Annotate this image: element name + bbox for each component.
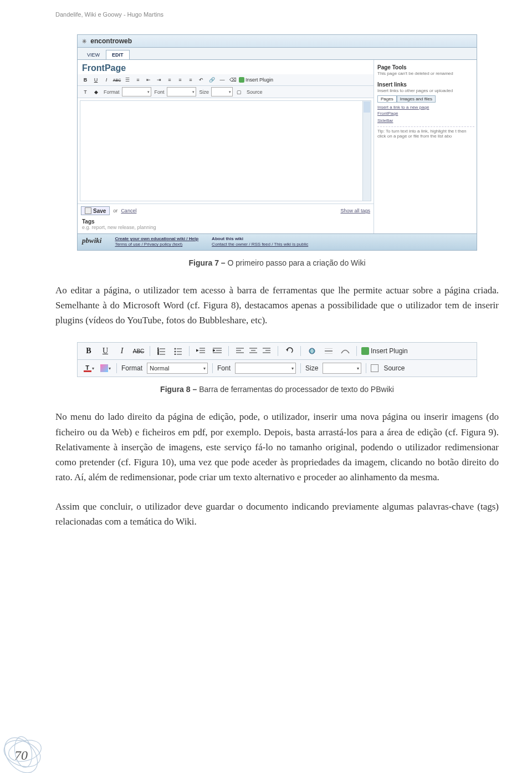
ordered-list-button[interactable]: 123 — [155, 345, 168, 357]
remove-format-button[interactable]: ⌫ — [228, 75, 237, 84]
page-mode-tabs: VIEW EDIT — [78, 48, 477, 60]
ordered-list-button[interactable]: ☰ — [123, 75, 132, 84]
sidebar-panel: Page Tools This page can't be deleted or… — [374, 60, 477, 233]
align-left-button[interactable]: ≡ — [165, 75, 174, 84]
insert-plugin-button[interactable]: Insert Plugin — [239, 77, 273, 83]
cancel-link[interactable]: Cancel — [121, 208, 136, 213]
italic-button[interactable]: I — [115, 345, 129, 357]
undo-button[interactable]: ↶ — [197, 75, 206, 84]
align-center-button[interactable]: ≡ — [176, 75, 185, 84]
page-ornament — [0, 723, 61, 773]
figure-7-caption: Figura 7 – O primeiro passo para a criaç… — [55, 258, 499, 267]
insert-links-tabs: Pages Images and files — [377, 95, 474, 103]
format-label: Format — [104, 89, 120, 95]
outdent-button[interactable]: ⇤ — [144, 75, 153, 84]
new-page-link[interactable]: Insert a link to a new page — [377, 105, 474, 110]
tab-pages[interactable]: Pages — [377, 95, 397, 103]
source-toggle[interactable]: ▢ — [234, 88, 243, 96]
insert-links-note: Insert links to other pages or uploaded — [377, 88, 474, 93]
size-select[interactable] — [211, 87, 233, 96]
text-color-button[interactable]: T — [82, 362, 95, 374]
tab-images-files[interactable]: Images and files — [397, 95, 436, 103]
underline-button[interactable]: U — [99, 345, 112, 357]
bg-color-button[interactable]: ◆ — [91, 88, 100, 96]
insert-plugin-button[interactable]: Insert Plugin — [361, 347, 408, 355]
tags-placeholder[interactable]: e.g. report, new release, planning — [82, 225, 369, 230]
font-select[interactable] — [167, 87, 196, 96]
size-label: Size — [305, 364, 318, 372]
page-tools-note: This page can't be deleted or renamed — [377, 71, 474, 76]
link-button[interactable]: 🔗 — [207, 75, 216, 84]
align-right-button[interactable]: ≡ — [186, 75, 195, 84]
link-button[interactable] — [305, 345, 319, 357]
hr-button[interactable]: — — [218, 75, 227, 84]
source-label: Source — [247, 89, 263, 95]
svg-point-36 — [0, 731, 44, 773]
or-label: or — [113, 208, 117, 213]
align-right-button[interactable] — [260, 345, 273, 357]
page-link-frontpage[interactable]: FrontPage — [377, 110, 474, 117]
svg-point-6 — [175, 348, 176, 349]
align-left-button[interactable] — [233, 345, 247, 357]
page-link-sidebar[interactable]: SideBar — [377, 117, 474, 124]
paragraph-1: Ao editar a página, o utilizador tem ace… — [55, 283, 499, 328]
remove-format-button[interactable] — [339, 345, 352, 357]
size-label: Size — [200, 89, 209, 95]
format-label: Format — [121, 364, 142, 372]
footer-contact-link[interactable]: Contact the owner / RSS feed / This wiki… — [212, 242, 308, 247]
svg-text:3: 3 — [157, 353, 159, 355]
footer-create-link[interactable]: Create your own educational wiki / Help — [115, 236, 198, 242]
save-button[interactable]: Save — [81, 206, 110, 215]
plugin-icon — [239, 77, 244, 83]
outdent-button[interactable] — [194, 345, 207, 357]
footer-about-heading: About this wiki — [212, 236, 308, 242]
editor-textarea[interactable] — [80, 100, 371, 201]
svg-marker-29 — [286, 349, 288, 352]
svg-rect-31 — [325, 350, 332, 352]
size-select[interactable] — [323, 363, 361, 374]
pbwiki-logo: pbwiki — [82, 236, 101, 248]
tags-label: Tags — [82, 218, 369, 225]
save-icon — [85, 207, 91, 214]
source-icon — [371, 364, 378, 372]
running-header: Dandelife, Wiki e Goowy - Hugo Martins — [55, 11, 499, 18]
italic-button[interactable]: I — [102, 75, 111, 84]
undo-button[interactable] — [283, 345, 296, 357]
svg-rect-32 — [325, 348, 332, 349]
tags-row: Tags e.g. report, new release, planning — [78, 217, 374, 233]
format-select[interactable]: Normal — [147, 363, 208, 374]
sidebar-tip: Tip: To turn text into a link, highlight… — [377, 126, 474, 139]
tab-edit[interactable]: EDIT — [106, 50, 130, 59]
hr-button[interactable] — [322, 345, 335, 357]
svg-point-8 — [175, 351, 176, 352]
format-select[interactable] — [122, 87, 151, 96]
strikethrough-button[interactable]: ABC — [132, 345, 145, 357]
underline-button[interactable]: U — [91, 75, 100, 84]
bg-color-button[interactable] — [99, 362, 112, 374]
figure-8-caption: Figura 8 – Barra de ferramentas do proce… — [55, 385, 499, 394]
show-all-tags-link[interactable]: Show all tags — [340, 208, 370, 213]
footer-terms-link[interactable]: Terms of use / Privacy policy (text) — [115, 242, 198, 247]
wiki-icon: ✳ — [82, 38, 86, 44]
indent-button[interactable] — [211, 345, 224, 357]
figure-8-screenshot: B U I ABC 123 — [77, 342, 477, 377]
save-bar: Save or Cancel Show all tags — [78, 204, 374, 217]
strikethrough-button[interactable]: ABC — [112, 75, 121, 84]
unordered-list-button[interactable]: ≡ — [134, 75, 142, 84]
plugin-icon — [361, 347, 369, 355]
text-color-button[interactable]: T — [81, 88, 90, 96]
source-toggle[interactable]: Source — [383, 364, 405, 372]
bold-button[interactable]: B — [82, 345, 95, 357]
window-titlebar: ✳ encontroweb — [78, 35, 477, 48]
font-label: Font — [217, 364, 231, 372]
scrollbar-vertical[interactable] — [362, 101, 371, 201]
tab-view[interactable]: VIEW — [81, 50, 106, 59]
align-center-button[interactable] — [247, 345, 260, 357]
insert-plugin-label: Insert Plugin — [371, 347, 408, 355]
font-select[interactable] — [235, 363, 296, 374]
bold-button[interactable]: B — [81, 75, 90, 84]
paragraph-2: No menu do lado direito da página de edi… — [55, 409, 499, 485]
indent-button[interactable]: ⇥ — [155, 75, 163, 84]
unordered-list-button[interactable] — [171, 345, 185, 357]
font-label: Font — [155, 89, 165, 95]
